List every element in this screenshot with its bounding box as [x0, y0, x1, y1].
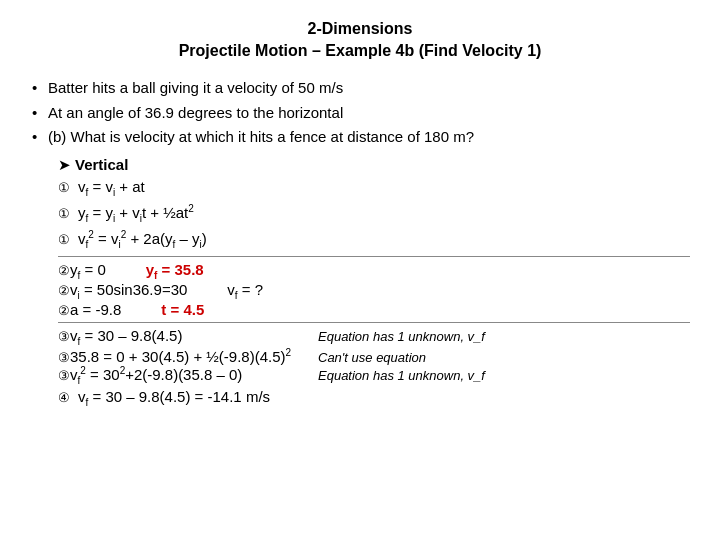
arrow-icon: ➤	[58, 156, 71, 174]
known-3-left: ②a = -9.8	[58, 301, 121, 318]
eq1-3-text: vf2 = vi2 + 2a(yf – yi)	[78, 228, 690, 252]
circle-2b: ②	[58, 283, 70, 298]
bullet-list: Batter hits a ball giving it a velocity …	[30, 77, 690, 148]
bullet-item-3: (b) What is velocity at which it hits a …	[30, 126, 690, 148]
eq2-1: ③vf = 30 – 9.8(4.5) Equation has 1 unkno…	[58, 327, 690, 347]
known-2-left: ②vi = 50sin36.9=30	[58, 281, 187, 301]
eq2-3: ③vf2 = 302+2(-9.8)(35.8 – 0) Equation ha…	[58, 365, 690, 386]
title-block: 2-Dimensions Projectile Motion – Example…	[30, 18, 690, 63]
circle-2c: ②	[58, 303, 70, 318]
divider-1	[58, 256, 690, 257]
known-1-left: ②yf = 0	[58, 261, 106, 281]
circle-1c: ①	[58, 231, 78, 249]
bullet-item-1: Batter hits a ball giving it a velocity …	[30, 77, 690, 99]
eq1-1: ① vf = vi + at	[58, 176, 690, 200]
eq2-1-text: ③vf = 30 – 9.8(4.5)	[58, 327, 318, 347]
circle-3a: ③	[58, 329, 70, 344]
divider-2	[58, 322, 690, 323]
known-2-right: vf = ?	[227, 281, 263, 301]
circle-2a: ②	[58, 263, 70, 278]
bullet-item-2: At an angle of 36.9 degrees to the horiz…	[30, 102, 690, 124]
known-1-right: yf = 35.8	[146, 261, 204, 281]
eq2-3-text: ③vf2 = 302+2(-9.8)(35.8 – 0)	[58, 365, 318, 386]
eq2-2-text: ③35.8 = 0 + 30(4.5) + ½(-9.8)(4.5)2	[58, 347, 318, 365]
eq1-3: ① vf2 = vi2 + 2a(yf – yi)	[58, 228, 690, 252]
eq1-1-text: vf = vi + at	[78, 176, 690, 200]
known-row-1: ②yf = 0 yf = 35.8	[58, 261, 690, 281]
eq2-2: ③35.8 = 0 + 30(4.5) + ½(-9.8)(4.5)2 Can'…	[58, 347, 690, 365]
eq1-2: ① yf = yi + vit + ½at2	[58, 202, 690, 226]
title-line2: Projectile Motion – Example 4b (Find Vel…	[30, 40, 690, 62]
eq2-3-note: Equation has 1 unknown, v_f	[318, 368, 498, 383]
circle-3c: ③	[58, 368, 70, 383]
circle-1a: ①	[58, 179, 78, 197]
known-row-2: ②vi = 50sin36.9=30 vf = ?	[58, 281, 690, 301]
circle-1b: ①	[58, 205, 78, 223]
vertical-section: ➤ Vertical	[58, 156, 690, 174]
known-row-3: ②a = -9.8 t = 4.5	[58, 301, 690, 318]
eq2-1-note: Equation has 1 unknown, v_f	[318, 329, 498, 344]
circle-3b: ③	[58, 350, 70, 365]
eq2-4: ④ vf = 30 – 9.8(4.5) = -14.1 m/s	[58, 386, 690, 410]
known-3-right: t = 4.5	[161, 301, 204, 318]
title-line1: 2-Dimensions	[30, 18, 690, 40]
main-container: 2-Dimensions Projectile Motion – Example…	[0, 0, 720, 540]
indent-block: ➤ Vertical ① vf = vi + at ① yf = yi + vi…	[58, 156, 690, 410]
vertical-label: Vertical	[75, 156, 128, 173]
eq2-2-note: Can't use equation	[318, 350, 498, 365]
eq1-2-text: yf = yi + vit + ½at2	[78, 202, 690, 226]
eq2-4-text: vf = 30 – 9.8(4.5) = -14.1 m/s	[78, 386, 690, 410]
circle-4a: ④	[58, 389, 78, 407]
